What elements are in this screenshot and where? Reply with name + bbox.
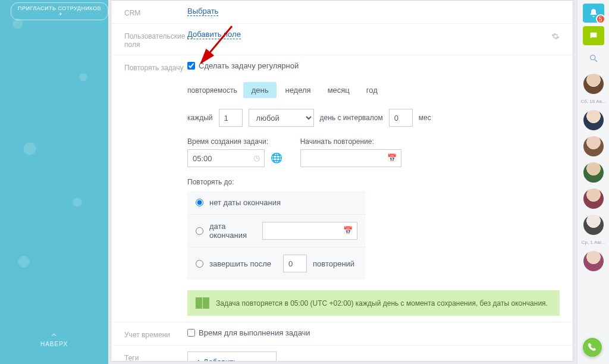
end-date-input[interactable]: [262, 222, 357, 240]
phone-icon: [588, 343, 597, 352]
time-tracking-checkbox[interactable]: [187, 329, 195, 337]
row-custom-fields: Пользовательские поля Добавить поле: [111, 23, 573, 55]
tab-month[interactable]: месяц: [319, 82, 358, 98]
make-recurring-label: Сделать задачу регулярной: [199, 61, 299, 70]
left-sidebar: ПРИГЛАСИТЬ СОТРУДНИКОВ + ⌃ НАВЕРХ: [0, 0, 108, 364]
plus-icon: +: [59, 11, 62, 17]
tab-year[interactable]: год: [358, 82, 386, 98]
add-tag-button[interactable]: + Добавить: [187, 352, 277, 362]
tab-week[interactable]: неделя: [277, 82, 319, 98]
day-type-select[interactable]: любой: [249, 109, 314, 127]
tags-label: Теги: [124, 352, 187, 362]
call-button[interactable]: [583, 338, 602, 357]
right-sidebar: 5 Сб, 18 Ав... Ср, 1 Авг...: [577, 0, 609, 364]
add-tag-label: Добавить: [203, 357, 237, 362]
add-field-link[interactable]: Добавить поле: [187, 30, 241, 39]
summary-text: Задача повторяется в 05:00 (UTC +02:00) …: [216, 299, 548, 307]
recurrence-summary: ▉▉ Задача повторяется в 05:00 (UTC +02:0…: [187, 290, 560, 316]
opt-end-after: завершить после повторений: [187, 247, 366, 280]
recurrence-lead: повторяемость: [187, 86, 237, 95]
no-end-label: нет даты окончания: [209, 198, 281, 207]
invite-employees-button[interactable]: ПРИГЛАСИТЬ СОТРУДНИКОВ +: [11, 2, 108, 20]
time-tracking-label: Учет времени: [124, 328, 187, 339]
sidebar-pattern: [0, 0, 108, 364]
user-avatar-5[interactable]: [583, 189, 604, 209]
notifications-button[interactable]: 5: [583, 4, 604, 23]
user-avatar-2[interactable]: [583, 110, 604, 130]
plus-icon: +: [196, 357, 201, 362]
time-columns: Время создания задачи: ◷ 🌐 Начинать повт…: [187, 137, 560, 167]
interval-line: каждый любой день с интервалом мес: [187, 109, 560, 127]
search-icon: [589, 54, 598, 63]
row-crm: CRM Выбрать: [111, 1, 573, 23]
invite-label: ПРИГЛАСИТЬ СОТРУДНИКОВ: [18, 5, 101, 11]
row-time-tracking: Учет времени Время для выполнения задачи: [111, 322, 573, 345]
every-label: каждый: [187, 114, 213, 122]
avatar-date-1: Сб, 18 Ав...: [580, 99, 605, 104]
user-avatar-7[interactable]: [583, 251, 604, 271]
user-avatar-3[interactable]: [583, 136, 604, 156]
repeat-until-label: Повторять до:: [187, 178, 560, 186]
crm-select-link[interactable]: Выбрать: [187, 7, 218, 16]
day-interval-label: день с интервалом: [320, 114, 383, 122]
svg-point-1: [590, 55, 595, 60]
gear-icon[interactable]: [551, 32, 560, 40]
month-interval-input[interactable]: [389, 109, 413, 127]
avatar-date-2: Ср, 1 Авг...: [582, 240, 605, 245]
recurrence-settings: повторяемость день неделя месяц год кажд…: [187, 82, 560, 316]
custom-fields-label: Пользовательские поля: [124, 30, 187, 49]
time-tracking-text: Время для выполнения задачи: [199, 328, 310, 337]
user-avatar-1[interactable]: [583, 74, 604, 94]
make-recurring-checkbox[interactable]: [187, 62, 195, 70]
task-form-panel: CRM Выбрать Пользовательские поля Добави…: [111, 0, 573, 362]
row-tags: Теги + Добавить: [111, 345, 573, 362]
month-suffix: мес: [419, 114, 431, 122]
user-avatar-4[interactable]: [583, 162, 604, 183]
every-value-input[interactable]: [219, 109, 243, 127]
svg-line-2: [595, 59, 597, 62]
messages-button[interactable]: [583, 26, 604, 45]
radio-end-date[interactable]: [196, 227, 203, 235]
message-icon: [589, 31, 598, 40]
end-date-label: дата окончания: [209, 222, 256, 240]
notification-badge: 5: [596, 14, 605, 24]
recurrence-tabs: повторяемость день неделя месяц год: [187, 82, 560, 98]
chevron-up-icon: ⌃: [0, 335, 108, 341]
timezone-icon[interactable]: 🌐: [271, 153, 282, 163]
crm-label: CRM: [124, 7, 187, 17]
back-to-top-button[interactable]: ⌃ НАВЕРХ: [0, 335, 108, 347]
start-repeat-input[interactable]: [300, 149, 401, 167]
make-recurring-row: Сделать задачу регулярной: [187, 61, 560, 70]
user-avatar-6[interactable]: [583, 215, 604, 235]
end-after-label: завершить после: [209, 259, 271, 268]
opt-end-date: дата окончания 📅: [187, 214, 366, 247]
radio-no-end[interactable]: [196, 199, 203, 206]
opt-no-end: нет даты окончания: [187, 191, 366, 214]
creation-time-input[interactable]: [187, 149, 265, 167]
repetitions-input[interactable]: [283, 255, 307, 272]
search-button[interactable]: [583, 49, 604, 68]
time-tracking-row: Время для выполнения задачи: [187, 328, 560, 337]
tab-day[interactable]: день: [243, 82, 277, 98]
creation-time-label: Время создания задачи:: [187, 137, 282, 146]
radio-end-after[interactable]: [196, 260, 203, 268]
row-repeat-task: Повторять задачу Сделать задачу регулярн…: [111, 55, 573, 322]
start-repeat-label: Начинать повторение:: [300, 137, 401, 146]
repeat-until-options: нет даты окончания дата окончания 📅 заве…: [187, 191, 366, 280]
repeat-task-label: Повторять задачу: [124, 61, 187, 72]
repetitions-label: повторений: [313, 259, 354, 268]
book-icon: ▉▉: [196, 297, 210, 309]
